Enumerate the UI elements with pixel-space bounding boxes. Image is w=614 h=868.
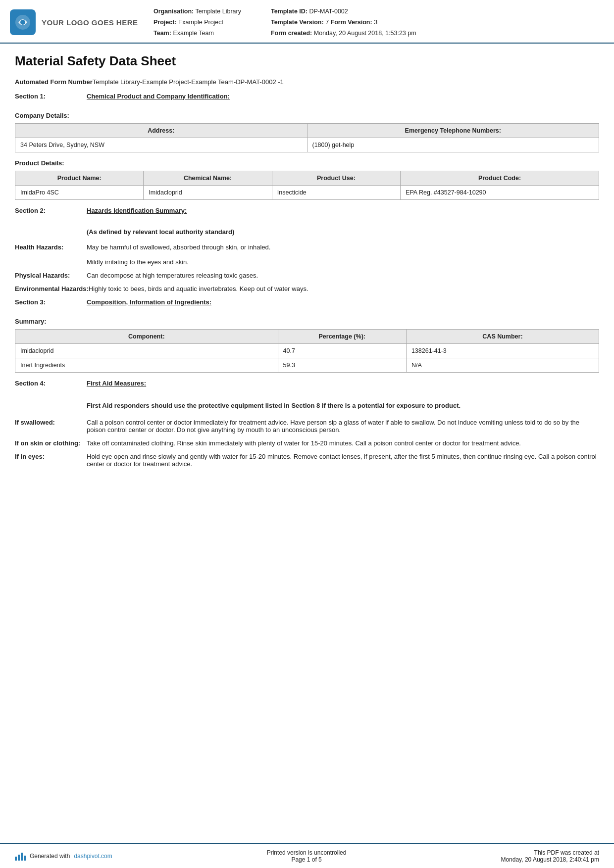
company-header-emergency: Emergency Telephone Numbers:: [307, 124, 599, 138]
environmental-hazards-value: Highly toxic to bees, birds and aquatic …: [89, 285, 599, 292]
form-number-row: Automated Form Number Template Library-E…: [15, 78, 599, 86]
section4-header: Section 4: First Aid Measures:: [15, 380, 599, 387]
product-header-chemical: Chemical Name:: [144, 171, 272, 186]
footer-right: This PDF was created at Monday, 20 Augus…: [501, 849, 599, 863]
form-created-line: Form created: Monday, 20 August 2018, 1:…: [271, 29, 416, 38]
if-in-eyes-row: If in eyes: Hold eye open and rinse slow…: [15, 453, 599, 468]
generated-text: Generated with: [30, 853, 70, 860]
health-hazards-row: Health Hazards: May be harmful of swallo…: [15, 243, 599, 266]
project-line: Project: Example Project: [154, 18, 241, 27]
footer-logo: [15, 852, 26, 861]
company-address: 34 Peters Drive, Sydney, NSW: [15, 138, 307, 152]
if-on-skin-label: If on skin or clothing:: [15, 439, 87, 447]
bar-3: [21, 853, 23, 861]
physical-hazards-label: Physical Hazards:: [15, 272, 87, 279]
ingredient-2-cas: N/A: [406, 358, 599, 373]
company-table-data-row: 34 Peters Drive, Sydney, NSW (1800) get-…: [15, 138, 599, 152]
section4-title: First Aid Measures:: [87, 380, 146, 387]
ingredients-header-row: Component: Percentage (%): CAS Number:: [15, 330, 599, 344]
ingredient-2-percentage: 59.3: [278, 358, 406, 373]
product-header-row: Product Name: Chemical Name: Product Use…: [15, 171, 599, 186]
footer-left: Generated with dashpivot.com: [15, 852, 112, 861]
product-header-name: Product Name:: [15, 171, 144, 186]
product-code: EPA Reg. #43527-984-10290: [401, 186, 599, 200]
product-details-heading: Product Details:: [15, 159, 599, 167]
form-number-value: Template Library-Example Project-Example…: [93, 78, 284, 86]
company-header-address: Address:: [15, 124, 307, 138]
authority-note: (As defined by relevant local authority …: [87, 228, 234, 236]
section2-header: Section 2: Hazards Identification Summar…: [15, 207, 599, 214]
physical-hazards-row: Physical Hazards: Can decompose at high …: [15, 272, 599, 279]
section1-title: Chemical Product and Company Identificat…: [87, 93, 230, 100]
header-meta-left: Organisation: Template Library Project: …: [154, 7, 241, 38]
template-id-line: Template ID: DP-MAT-0002: [271, 7, 416, 16]
ingredients-table: Component: Percentage (%): CAS Number: I…: [15, 329, 599, 373]
product-table: Product Name: Chemical Name: Product Use…: [15, 171, 599, 200]
bar-4: [24, 856, 26, 861]
environmental-hazards-label: Environmental Hazards:: [15, 285, 89, 292]
company-table-header-row: Address: Emergency Telephone Numbers:: [15, 124, 599, 138]
template-version-line: Template Version: 7 Form Version: 3: [271, 18, 416, 27]
company-table: Address: Emergency Telephone Numbers: 34…: [15, 123, 599, 152]
org-line: Organisation: Template Library: [154, 7, 241, 16]
if-in-eyes-value: Hold eye open and rinse slowly and gentl…: [87, 453, 599, 468]
product-header-use: Product Use:: [272, 171, 400, 186]
header-meta-right: Template ID: DP-MAT-0002 Template Versio…: [271, 7, 416, 38]
doc-title: Material Safety Data Sheet: [15, 53, 599, 73]
ingredients-row-1: Imidacloprid 40.7 138261-41-3: [15, 344, 599, 358]
section3-title: Composition, Information of Ingredients:: [87, 298, 211, 306]
if-in-eyes-label: If in eyes:: [15, 453, 87, 460]
printed-text: Printed version is uncontrolled: [267, 849, 347, 856]
if-on-skin-value: Take off contaminated clothing. Rinse sk…: [87, 439, 599, 447]
logo-text: YOUR LOGO GOES HERE: [42, 18, 138, 27]
bar-1: [15, 857, 17, 861]
ingredients-header-component: Component:: [15, 330, 278, 344]
logo-area: YOUR LOGO GOES HERE: [10, 7, 139, 38]
footer: Generated with dashpivot.com Printed ver…: [0, 843, 614, 868]
product-name: ImidaPro 4SC: [15, 186, 144, 200]
section4-label: Section 4:: [15, 380, 87, 387]
ingredients-row-2: Inert Ingredients 59.3 N/A: [15, 358, 599, 373]
product-use: Insecticide: [272, 186, 400, 200]
svg-point-1: [20, 20, 25, 25]
if-swallowed-label: If swallowed:: [15, 419, 87, 426]
site-link[interactable]: dashpivot.com: [74, 853, 112, 860]
section4-note-container: First Aid responders should use the prot…: [15, 401, 599, 411]
product-header-code: Product Code:: [401, 171, 599, 186]
company-details-heading: Company Details:: [15, 112, 599, 119]
footer-center: Printed version is uncontrolled Page 1 o…: [267, 849, 347, 863]
section1-label: Section 1:: [15, 93, 87, 100]
ingredient-1-name: Imidacloprid: [15, 344, 278, 358]
section2-label: Section 2:: [15, 207, 87, 214]
if-swallowed-value: Call a poison control center or doctor i…: [87, 419, 599, 434]
form-number-label: Automated Form Number: [15, 78, 93, 86]
footer-bars-icon: [15, 852, 26, 861]
health-hazards-label: Health Hazards:: [15, 243, 87, 251]
summary-heading: Summary:: [15, 318, 599, 325]
page-number: Page 1 of 5: [267, 856, 347, 863]
section1-header: Section 1: Chemical Product and Company …: [15, 93, 599, 100]
ingredient-1-cas: 138261-41-3: [406, 344, 599, 358]
if-on-skin-row: If on skin or clothing: Take off contami…: [15, 439, 599, 447]
header-meta: Organisation: Template Library Project: …: [154, 7, 599, 38]
product-chemical: Imidacloprid: [144, 186, 272, 200]
team-line: Team: Example Team: [154, 29, 241, 38]
company-emergency: (1800) get-help: [307, 138, 599, 152]
ingredients-header-percentage: Percentage (%):: [278, 330, 406, 344]
section2-title: Hazards Identification Summary:: [87, 207, 187, 214]
header: YOUR LOGO GOES HERE Organisation: Templa…: [0, 0, 614, 44]
product-data-row: ImidaPro 4SC Imidacloprid Insecticide EP…: [15, 186, 599, 200]
ingredient-2-name: Inert Ingredients: [15, 358, 278, 373]
pdf-created-label: This PDF was created at: [501, 849, 599, 856]
health-hazards-value: May be harmful of swallowed, absorbed th…: [87, 243, 599, 266]
bar-2: [18, 855, 20, 861]
pdf-created-value: Monday, 20 August 2018, 2:40:41 pm: [501, 856, 599, 863]
authority-note-container: (As defined by relevant local authority …: [15, 228, 599, 236]
section4-note: First Aid responders should use the prot…: [87, 402, 460, 409]
section3-label: Section 3:: [15, 298, 87, 306]
ingredients-header-cas: CAS Number:: [406, 330, 599, 344]
if-swallowed-row: If swallowed: Call a poison control cent…: [15, 419, 599, 434]
logo-icon: [10, 9, 36, 35]
main-content: Material Safety Data Sheet Automated For…: [0, 44, 614, 843]
environmental-hazards-row: Environmental Hazards: Highly toxic to b…: [15, 285, 599, 292]
